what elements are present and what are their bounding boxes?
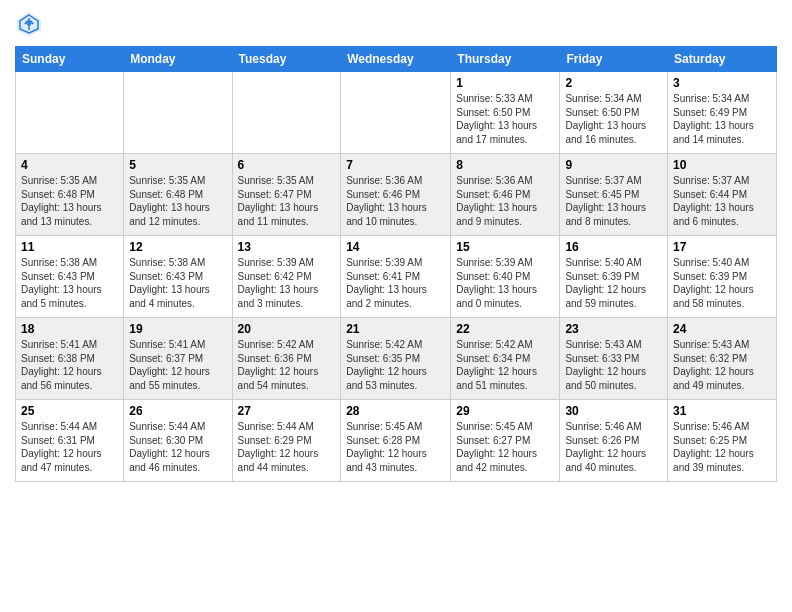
- calendar-cell: 14Sunrise: 5:39 AM Sunset: 6:41 PM Dayli…: [341, 236, 451, 318]
- day-info: Sunrise: 5:43 AM Sunset: 6:32 PM Dayligh…: [673, 338, 771, 392]
- day-info: Sunrise: 5:39 AM Sunset: 6:40 PM Dayligh…: [456, 256, 554, 310]
- day-info: Sunrise: 5:46 AM Sunset: 6:26 PM Dayligh…: [565, 420, 662, 474]
- calendar-cell: 19Sunrise: 5:41 AM Sunset: 6:37 PM Dayli…: [124, 318, 232, 400]
- day-number: 31: [673, 404, 771, 418]
- day-number: 8: [456, 158, 554, 172]
- calendar-cell: 24Sunrise: 5:43 AM Sunset: 6:32 PM Dayli…: [668, 318, 777, 400]
- day-info: Sunrise: 5:41 AM Sunset: 6:38 PM Dayligh…: [21, 338, 118, 392]
- calendar-cell: 26Sunrise: 5:44 AM Sunset: 6:30 PM Dayli…: [124, 400, 232, 482]
- day-number: 28: [346, 404, 445, 418]
- col-header-thursday: Thursday: [451, 47, 560, 72]
- day-number: 23: [565, 322, 662, 336]
- calendar-cell: 13Sunrise: 5:39 AM Sunset: 6:42 PM Dayli…: [232, 236, 341, 318]
- logo-icon: [15, 10, 43, 38]
- day-number: 18: [21, 322, 118, 336]
- day-info: Sunrise: 5:45 AM Sunset: 6:28 PM Dayligh…: [346, 420, 445, 474]
- day-info: Sunrise: 5:37 AM Sunset: 6:45 PM Dayligh…: [565, 174, 662, 228]
- day-info: Sunrise: 5:35 AM Sunset: 6:47 PM Dayligh…: [238, 174, 336, 228]
- day-number: 21: [346, 322, 445, 336]
- calendar-cell: 20Sunrise: 5:42 AM Sunset: 6:36 PM Dayli…: [232, 318, 341, 400]
- day-info: Sunrise: 5:39 AM Sunset: 6:42 PM Dayligh…: [238, 256, 336, 310]
- day-number: 2: [565, 76, 662, 90]
- day-number: 27: [238, 404, 336, 418]
- day-info: Sunrise: 5:33 AM Sunset: 6:50 PM Dayligh…: [456, 92, 554, 146]
- day-info: Sunrise: 5:38 AM Sunset: 6:43 PM Dayligh…: [21, 256, 118, 310]
- calendar-week-row: 4Sunrise: 5:35 AM Sunset: 6:48 PM Daylig…: [16, 154, 777, 236]
- calendar-cell: 2Sunrise: 5:34 AM Sunset: 6:50 PM Daylig…: [560, 72, 668, 154]
- calendar-cell: 17Sunrise: 5:40 AM Sunset: 6:39 PM Dayli…: [668, 236, 777, 318]
- svg-point-2: [27, 22, 31, 26]
- calendar-cell: 8Sunrise: 5:36 AM Sunset: 6:46 PM Daylig…: [451, 154, 560, 236]
- calendar-week-row: 18Sunrise: 5:41 AM Sunset: 6:38 PM Dayli…: [16, 318, 777, 400]
- calendar-cell: [124, 72, 232, 154]
- day-number: 5: [129, 158, 226, 172]
- calendar-cell: 11Sunrise: 5:38 AM Sunset: 6:43 PM Dayli…: [16, 236, 124, 318]
- calendar-header-row: SundayMondayTuesdayWednesdayThursdayFrid…: [16, 47, 777, 72]
- col-header-wednesday: Wednesday: [341, 47, 451, 72]
- col-header-sunday: Sunday: [16, 47, 124, 72]
- day-number: 6: [238, 158, 336, 172]
- day-number: 7: [346, 158, 445, 172]
- day-info: Sunrise: 5:44 AM Sunset: 6:30 PM Dayligh…: [129, 420, 226, 474]
- day-info: Sunrise: 5:35 AM Sunset: 6:48 PM Dayligh…: [21, 174, 118, 228]
- calendar-week-row: 11Sunrise: 5:38 AM Sunset: 6:43 PM Dayli…: [16, 236, 777, 318]
- header: [15, 10, 777, 38]
- day-info: Sunrise: 5:42 AM Sunset: 6:35 PM Dayligh…: [346, 338, 445, 392]
- day-info: Sunrise: 5:43 AM Sunset: 6:33 PM Dayligh…: [565, 338, 662, 392]
- calendar-week-row: 25Sunrise: 5:44 AM Sunset: 6:31 PM Dayli…: [16, 400, 777, 482]
- day-info: Sunrise: 5:42 AM Sunset: 6:34 PM Dayligh…: [456, 338, 554, 392]
- calendar-cell: 22Sunrise: 5:42 AM Sunset: 6:34 PM Dayli…: [451, 318, 560, 400]
- day-info: Sunrise: 5:34 AM Sunset: 6:49 PM Dayligh…: [673, 92, 771, 146]
- calendar-cell: [232, 72, 341, 154]
- day-number: 3: [673, 76, 771, 90]
- day-info: Sunrise: 5:44 AM Sunset: 6:29 PM Dayligh…: [238, 420, 336, 474]
- day-info: Sunrise: 5:38 AM Sunset: 6:43 PM Dayligh…: [129, 256, 226, 310]
- day-info: Sunrise: 5:40 AM Sunset: 6:39 PM Dayligh…: [565, 256, 662, 310]
- day-info: Sunrise: 5:36 AM Sunset: 6:46 PM Dayligh…: [346, 174, 445, 228]
- day-number: 10: [673, 158, 771, 172]
- day-number: 16: [565, 240, 662, 254]
- calendar-cell: 31Sunrise: 5:46 AM Sunset: 6:25 PM Dayli…: [668, 400, 777, 482]
- day-number: 24: [673, 322, 771, 336]
- calendar-cell: 15Sunrise: 5:39 AM Sunset: 6:40 PM Dayli…: [451, 236, 560, 318]
- calendar-cell: 18Sunrise: 5:41 AM Sunset: 6:38 PM Dayli…: [16, 318, 124, 400]
- calendar-cell: 3Sunrise: 5:34 AM Sunset: 6:49 PM Daylig…: [668, 72, 777, 154]
- day-number: 12: [129, 240, 226, 254]
- day-number: 9: [565, 158, 662, 172]
- day-number: 26: [129, 404, 226, 418]
- calendar-cell: 28Sunrise: 5:45 AM Sunset: 6:28 PM Dayli…: [341, 400, 451, 482]
- calendar-cell: 21Sunrise: 5:42 AM Sunset: 6:35 PM Dayli…: [341, 318, 451, 400]
- calendar-cell: [341, 72, 451, 154]
- day-number: 30: [565, 404, 662, 418]
- day-info: Sunrise: 5:40 AM Sunset: 6:39 PM Dayligh…: [673, 256, 771, 310]
- day-number: 25: [21, 404, 118, 418]
- day-info: Sunrise: 5:45 AM Sunset: 6:27 PM Dayligh…: [456, 420, 554, 474]
- col-header-tuesday: Tuesday: [232, 47, 341, 72]
- col-header-saturday: Saturday: [668, 47, 777, 72]
- calendar-cell: [16, 72, 124, 154]
- calendar-cell: 16Sunrise: 5:40 AM Sunset: 6:39 PM Dayli…: [560, 236, 668, 318]
- calendar-cell: 9Sunrise: 5:37 AM Sunset: 6:45 PM Daylig…: [560, 154, 668, 236]
- day-number: 17: [673, 240, 771, 254]
- day-info: Sunrise: 5:37 AM Sunset: 6:44 PM Dayligh…: [673, 174, 771, 228]
- calendar-cell: 10Sunrise: 5:37 AM Sunset: 6:44 PM Dayli…: [668, 154, 777, 236]
- day-info: Sunrise: 5:41 AM Sunset: 6:37 PM Dayligh…: [129, 338, 226, 392]
- day-number: 14: [346, 240, 445, 254]
- logo: [15, 10, 47, 38]
- day-number: 4: [21, 158, 118, 172]
- calendar-cell: 29Sunrise: 5:45 AM Sunset: 6:27 PM Dayli…: [451, 400, 560, 482]
- day-info: Sunrise: 5:36 AM Sunset: 6:46 PM Dayligh…: [456, 174, 554, 228]
- day-info: Sunrise: 5:44 AM Sunset: 6:31 PM Dayligh…: [21, 420, 118, 474]
- day-number: 29: [456, 404, 554, 418]
- calendar-cell: 4Sunrise: 5:35 AM Sunset: 6:48 PM Daylig…: [16, 154, 124, 236]
- calendar-table: SundayMondayTuesdayWednesdayThursdayFrid…: [15, 46, 777, 482]
- calendar-cell: 7Sunrise: 5:36 AM Sunset: 6:46 PM Daylig…: [341, 154, 451, 236]
- day-number: 22: [456, 322, 554, 336]
- day-number: 19: [129, 322, 226, 336]
- calendar-week-row: 1Sunrise: 5:33 AM Sunset: 6:50 PM Daylig…: [16, 72, 777, 154]
- calendar-cell: 23Sunrise: 5:43 AM Sunset: 6:33 PM Dayli…: [560, 318, 668, 400]
- day-info: Sunrise: 5:46 AM Sunset: 6:25 PM Dayligh…: [673, 420, 771, 474]
- calendar-cell: 27Sunrise: 5:44 AM Sunset: 6:29 PM Dayli…: [232, 400, 341, 482]
- day-info: Sunrise: 5:34 AM Sunset: 6:50 PM Dayligh…: [565, 92, 662, 146]
- day-number: 20: [238, 322, 336, 336]
